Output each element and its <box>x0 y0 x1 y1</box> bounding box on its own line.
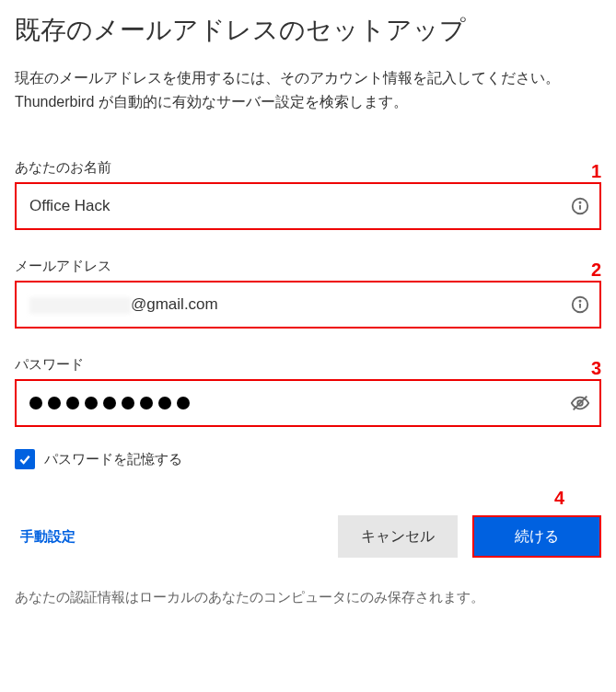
footer-note: あなたの認証情報はローカルのあなたのコンピュータにのみ保存されます。 <box>15 589 601 606</box>
svg-point-5 <box>579 301 580 302</box>
redacted-local-part <box>29 297 131 314</box>
remember-password-label: パスワードを記憶する <box>44 451 182 468</box>
button-row: 手動設定 キャンセル 4 続ける <box>15 515 601 558</box>
name-value: Office Hack <box>29 197 570 215</box>
cancel-button[interactable]: キャンセル <box>338 515 458 558</box>
manual-config-link[interactable]: 手動設定 <box>20 528 76 546</box>
info-icon[interactable] <box>570 196 590 216</box>
page-description: 現在のメールアドレスを使用するには、そのアカウント情報を記入してください。Thu… <box>15 66 601 113</box>
remember-password-row: パスワードを記憶する <box>15 449 601 469</box>
check-icon <box>17 452 32 467</box>
svg-point-2 <box>579 202 580 203</box>
password-label: パスワード <box>15 356 84 374</box>
name-label: あなたのお名前 <box>15 159 111 177</box>
name-field: あなたのお名前 1 Office Hack <box>15 159 601 230</box>
remember-password-checkbox[interactable] <box>15 449 35 469</box>
page-title: 既存のメールアドレスのセットアップ <box>15 13 601 48</box>
annotation-2: 2 <box>591 260 601 279</box>
email-field: メールアドレス 2 @gmail.com <box>15 258 601 329</box>
email-value: @gmail.com <box>29 295 570 314</box>
email-input[interactable]: @gmail.com <box>15 281 601 329</box>
annotation-1: 1 <box>591 162 601 180</box>
email-label: メールアドレス <box>15 258 111 275</box>
name-input[interactable]: Office Hack <box>15 182 601 230</box>
info-icon[interactable] <box>570 294 590 315</box>
annotation-4: 4 <box>554 488 564 509</box>
password-input[interactable] <box>15 379 601 427</box>
password-field: パスワード 3 <box>15 356 601 427</box>
password-value <box>29 397 190 409</box>
annotation-3: 3 <box>591 359 601 377</box>
eye-off-icon[interactable] <box>570 393 590 413</box>
continue-button[interactable]: 続ける <box>472 515 601 558</box>
